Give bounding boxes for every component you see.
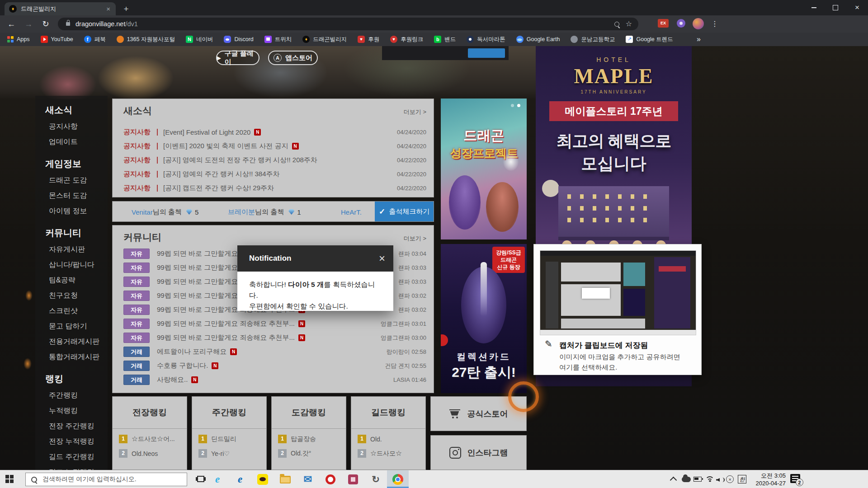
news-row[interactable]: 공지사항 [공지] 캡드전 주간 랭커 수상! 29주차 04/22/2020 (123, 181, 426, 195)
collection-card-banner[interactable]: 강림/SS급 드래곤 신규 등장 컬렉션카드 27탄 출시! (441, 244, 527, 393)
sidebar-item-dedicated-trade[interactable]: 전용거래게시판 (49, 337, 108, 347)
tab-close-icon[interactable]: × (105, 5, 111, 13)
wifi-icon[interactable] (705, 475, 713, 482)
address-bar[interactable]: dragonvillage.net/dv1 ☆ (58, 18, 638, 30)
bookmark-google-trends[interactable]: ↗ Google 트렌드 (626, 36, 673, 43)
sidebar-item-item-info[interactable]: 아이템 정보 (49, 206, 108, 216)
sidebar-item-monster-dex[interactable]: 몬스터 도감 (49, 191, 108, 201)
bookmark-band[interactable]: b 밴드 (434, 36, 456, 43)
news-more-link[interactable]: 더보기 > (404, 108, 426, 116)
new-tab-button[interactable]: + (120, 4, 132, 14)
kakaotalk-icon[interactable] (257, 474, 269, 485)
instagram-link[interactable]: 인스타그램 (430, 435, 527, 470)
sidebar-item-battle-weekly-ranking[interactable]: 전장 주간랭킹 (49, 422, 108, 431)
bookmarks-overflow-icon[interactable]: » (697, 35, 701, 43)
bookmark-twitch[interactable]: 트위치 (264, 36, 292, 43)
chrome-icon[interactable] (392, 474, 404, 485)
news-row[interactable]: 공지사항 [이벤트] 2020 빛의 축제 이벤트 사전 공지 N 04/24/… (123, 139, 426, 153)
zoom-icon[interactable] (614, 22, 619, 27)
bookmark-star-icon[interactable]: ☆ (626, 20, 632, 28)
forward-icon[interactable]: → (22, 17, 35, 31)
sidebar-item-notices[interactable]: 공지사항 (49, 122, 108, 131)
community-row[interactable]: 자유 99렙 되면 바로 그만할게요 죄송해요 추천부... N 엉클그랜파 0… (123, 331, 426, 345)
pink-app-icon[interactable] (347, 474, 359, 485)
ranking-row[interactable]: 2☆드사모☆ (358, 449, 425, 458)
onedrive-icon[interactable] (682, 477, 691, 482)
sync-app-icon[interactable]: ↻ (370, 474, 382, 485)
attendance-check-button[interactable]: ✓ 출석체크하기 (375, 202, 434, 221)
community-row[interactable]: 거래 수호룡 구합니다. N 건담 겐지 02:55 (123, 359, 426, 373)
sidebar-item-friend-request[interactable]: 친구요청 (49, 291, 108, 300)
battery-icon[interactable] (693, 475, 702, 482)
sidebar-item-battle-total-ranking[interactable]: 전장 누적랭킹 (49, 437, 108, 446)
windows-start-icon[interactable] (5, 475, 14, 483)
task-view-icon[interactable] (197, 476, 204, 482)
ranking-row[interactable]: 1딘드밀리 (198, 435, 266, 443)
bookmark-facebook[interactable]: f 페북 (84, 36, 106, 43)
community-row[interactable]: 자유 99렙 되면 바로 그만할게요 죄송해요 추천부... N 엉클그랜파 0… (123, 317, 426, 331)
sidebar-item-updates[interactable]: 업데이트 (49, 137, 108, 147)
sidebar-item-dragon-dex[interactable]: 드래곤 도감 (49, 176, 108, 185)
user-link[interactable]: 브레이분 (228, 208, 255, 216)
screenshot-thumbnail[interactable] (540, 250, 696, 335)
ranking-row[interactable]: 2Old.Neos (119, 449, 187, 458)
eject-icon[interactable]: × (726, 475, 734, 483)
edge-icon[interactable]: e (234, 474, 246, 485)
browser-menu-icon[interactable]: ⋮ (710, 18, 720, 30)
sidebar-item-screenshot[interactable]: 스크린샷 (49, 306, 108, 316)
sidebar-item-free-board[interactable]: 자유게시판 (49, 245, 108, 254)
bookmark-1365[interactable]: 1365 자원봉사포털 (117, 36, 175, 43)
bookmark-google-earth[interactable]: Google Earth (516, 36, 560, 43)
community-row[interactable]: 거래 에트왈이나 포리구해요 N 랑이랑이 02:58 (123, 345, 426, 359)
tray-expand-icon[interactable] (671, 476, 676, 483)
bookmark-donate[interactable]: ♥ 후원 (358, 36, 379, 43)
reload-icon[interactable]: ↻ (39, 17, 52, 31)
app-store-button[interactable]: A 앱스토어 (268, 51, 318, 65)
dialog-close-icon[interactable]: × (379, 253, 385, 264)
extension-purple-icon[interactable] (677, 19, 685, 28)
volume-icon[interactable] (716, 476, 720, 482)
window-minimize-button[interactable] (803, 0, 825, 15)
bookmark-youtube[interactable]: YouTube (41, 36, 73, 43)
sidebar-item-buy-sell[interactable]: 삽니다/팝니다 (49, 260, 108, 270)
news-row[interactable]: 공지사항 [공지] 영예의 도전의 전장 주간 랭커 시상!! 208주차 04… (123, 153, 426, 167)
taskbar-search-input[interactable]: 검색하려면 여기에 입력하십시오. (25, 473, 187, 486)
ranking-row[interactable]: 1Old. (358, 435, 425, 443)
community-more-link[interactable]: 더보기 > (404, 235, 426, 243)
bookmark-dragonvillage[interactable]: ♦ 드래곤빌리지 (302, 36, 347, 43)
carousel-dots[interactable] (511, 104, 520, 107)
bookmark-reading[interactable]: 독서마라톤 (467, 36, 505, 43)
sidebar-item-integrated-trade[interactable]: 통합거래게시판 (49, 352, 108, 362)
sidebar-item-tips[interactable]: 팁&공략 (49, 276, 108, 285)
bookmark-apps[interactable]: Apps (7, 36, 30, 42)
file-explorer-icon[interactable] (279, 474, 291, 485)
bookmark-school[interactable]: 운남고등학교 (571, 36, 615, 43)
ranking-row[interactable]: 2Ye-ri♡ (198, 449, 266, 458)
sidebar-item-guild-weekly-ranking[interactable]: 길드 주간랭킹 (49, 452, 108, 462)
bookmark-donate-link[interactable]: ♥ 후원링크 (390, 36, 423, 43)
sidebar-item-weekly-ranking[interactable]: 주간랭킹 (49, 391, 108, 400)
window-maximize-button[interactable] (825, 0, 846, 15)
sidebar-item-qna[interactable]: 묻고 답하기 (49, 322, 108, 331)
news-row[interactable]: 공지사항 [Event] Festival of Light 2020 N 04… (123, 125, 426, 139)
ranking-row[interactable]: 1☆드사모☆어... (119, 435, 187, 443)
user-link[interactable]: Venitar (132, 208, 153, 216)
community-row[interactable]: 거래 사랑해요.. N LASIA 01:46 (123, 373, 426, 387)
red-media-app-icon[interactable] (325, 474, 336, 485)
header-login-button[interactable] (468, 48, 505, 58)
news-row[interactable]: 공지사항 [공지] 영예의 주간 랭커 시상!! 384주차 04/22/202… (123, 167, 426, 181)
screenshot-toast[interactable]: ✎ 캡처가 클립보드에 저장됨 이미지에 마크업을 추가하고 공유하려면 여기를… (533, 244, 702, 375)
google-play-button[interactable]: ▶ 구글 플레이 (216, 51, 259, 65)
growth-project-banner[interactable]: 드래곤 성장프로젝트 (441, 99, 527, 239)
sidebar-item-total-ranking[interactable]: 누적랭킹 (49, 406, 108, 416)
browser-tab[interactable]: ♦ 드래곤빌리지 × (5, 2, 116, 15)
mail-icon[interactable]: ✉ (302, 474, 314, 485)
bookmark-naver[interactable]: N 네이버 (186, 36, 213, 43)
window-close-button[interactable]: × (846, 0, 868, 15)
taskbar-clock[interactable]: 오전 3:05 2020-04-27 (745, 472, 786, 487)
bookmark-discord[interactable]: Discord (224, 36, 253, 43)
attendance-user3[interactable]: HeArT. (341, 202, 362, 222)
back-icon[interactable]: ← (5, 17, 18, 31)
ranking-row[interactable]: 1탑골장승 (278, 435, 346, 443)
internet-explorer-icon[interactable]: e (212, 474, 223, 485)
